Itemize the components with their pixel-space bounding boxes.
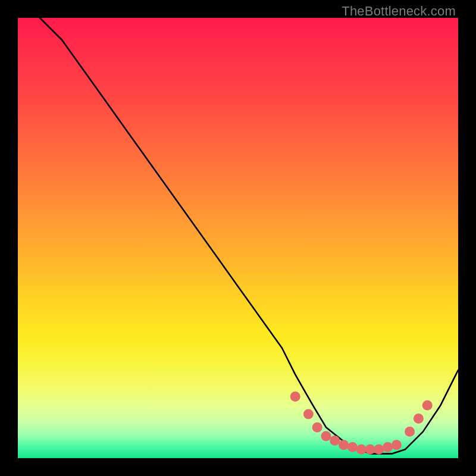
highlight-dots [290, 392, 433, 455]
chart-svg [18, 18, 458, 458]
highlight-dot [347, 442, 358, 452]
highlight-dot [422, 400, 433, 411]
highlight-dot [392, 440, 402, 450]
highlight-dot [405, 427, 415, 437]
highlight-dot [312, 422, 322, 433]
highlight-dot [374, 444, 384, 455]
bottleneck-curve [40, 18, 458, 454]
plot-area [18, 18, 458, 458]
highlight-dot [339, 440, 349, 450]
highlight-dot [383, 442, 393, 452]
highlight-dot [414, 414, 424, 424]
chart-frame: TheBottleneck.com [0, 0, 476, 476]
highlight-dot [303, 409, 314, 419]
highlight-dot [365, 444, 375, 455]
highlight-dot [356, 444, 367, 455]
watermark-text: TheBottleneck.com [342, 4, 456, 19]
highlight-dot [330, 436, 340, 446]
highlight-dot [321, 431, 331, 441]
highlight-dot [290, 392, 300, 402]
